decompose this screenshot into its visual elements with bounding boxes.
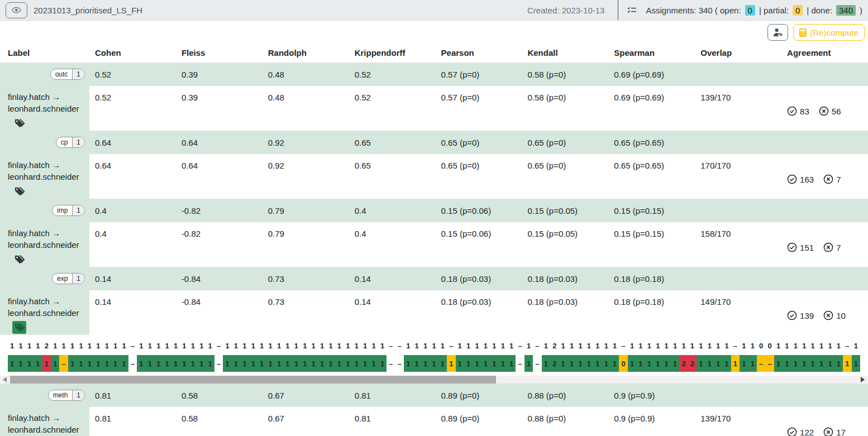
agreement-cell: 151 7	[781, 222, 868, 267]
matrix-top-cell: 1	[602, 340, 611, 352]
matrix-bottom-cell: 1	[800, 355, 808, 372]
partial-separator: | partial:	[759, 6, 789, 15]
matrix-top-cell: 1	[662, 340, 670, 352]
matrix-top-cell: 1	[464, 340, 473, 352]
summary-row-meth: meth10.810.580.670.810.89 (p=0)0.88 (p=0…	[0, 384, 868, 406]
matrix-top-cell: –	[843, 340, 851, 352]
done-count-badge: 340	[836, 5, 856, 16]
matrix-bottom-cell: 2	[550, 355, 559, 372]
pair-label-cell: finlay.hatch →leonhard.schneider	[0, 407, 89, 436]
label-badge-exp[interactable]: exp1	[52, 273, 85, 284]
metric-cohen: 0.64	[89, 154, 176, 199]
matrix-top-cell: 1	[301, 340, 309, 352]
matrix-top-cell: 1	[473, 340, 481, 352]
metric-kendall: 0.15 (p=0.05)	[522, 222, 608, 267]
matrix-top-cell: 1	[499, 340, 507, 352]
summary-row-exp: exp10.14-0.840.730.140.18 (p=0.03)0.18 (…	[0, 267, 868, 290]
metric-randolph: 0.79	[263, 222, 349, 267]
recompute-button[interactable]: (Re)compute	[793, 24, 865, 41]
manage-annotators-button[interactable]	[767, 24, 788, 41]
metric-cohen: 0.4	[89, 222, 176, 267]
assignments-status: Assignments: 340 ( open: 0 | partial: 0 …	[646, 5, 862, 16]
scroll-left-arrow[interactable]	[3, 377, 7, 382]
matrix-bottom-cell: 1	[628, 355, 636, 372]
metric-fleiss: 0.58	[176, 407, 263, 436]
overlap-value: 139/170	[695, 86, 781, 131]
matrix-top-cell: 1	[146, 340, 154, 352]
matrix-bottom-cell: –	[516, 355, 524, 372]
visibility-toggle-button[interactable]	[6, 2, 27, 18]
matrix-bottom-cell: 1	[576, 355, 584, 372]
label-badge-count: 1	[72, 390, 84, 400]
label-badge-cp[interactable]: cp1	[56, 137, 85, 148]
metric-fleiss: 0.39	[176, 86, 263, 131]
circle-xmark-icon	[823, 310, 833, 320]
matrix-top-cell: 1	[352, 340, 361, 352]
circle-check-icon	[787, 174, 797, 184]
matrix-top-cell: 1	[120, 340, 128, 352]
agreement-ok-count: 163	[800, 175, 814, 184]
matrix-top-cell: 1	[800, 340, 808, 352]
matrix-bottom-cell: 1	[843, 355, 851, 372]
eye-icon	[12, 6, 21, 14]
annotator-pair-line2: leonhard.schneider	[8, 307, 86, 319]
matrix-top-cell: 1	[154, 340, 163, 352]
matrix-top-cell: 1	[8, 340, 16, 352]
topbar-divider	[618, 0, 618, 20]
matrix-top-cell: 1	[567, 340, 576, 352]
matrix-top-cell: 1	[232, 340, 240, 352]
circle-xmark-icon	[819, 106, 829, 116]
matrix-top-cell: 1	[585, 340, 593, 352]
matrix-top-cell: 1	[197, 340, 206, 352]
label-badge-imp[interactable]: imp1	[52, 205, 85, 216]
metric-randolph: 0.73	[263, 267, 349, 290]
summary-row-imp: imp10.4-0.820.790.40.15 (p=0.06)0.15 (p=…	[0, 199, 868, 222]
show-details-tags-button[interactable]	[12, 185, 26, 198]
table-header-row: LabelCohenFleissRandolphKrippendorffPear…	[0, 41, 868, 63]
show-details-tags-button[interactable]	[12, 321, 26, 334]
metric-fleiss: -0.84	[176, 267, 263, 290]
summary-label-cell: outc1	[0, 63, 89, 85]
show-details-tags-button[interactable]	[12, 253, 26, 266]
agreement-fail-count: 17	[836, 428, 846, 436]
matrix-bottom-cell: 1	[464, 355, 473, 372]
scroll-right-arrow[interactable]	[861, 377, 865, 382]
label-badge-meth[interactable]: meth1	[48, 390, 85, 401]
metric-pearson: 0.15 (p=0.06)	[436, 199, 522, 222]
matrix-top-cell: 1	[834, 340, 843, 352]
metric-cohen: 0.81	[89, 384, 176, 406]
matrix-top-cell: 1	[412, 340, 421, 352]
matrix-top-cell: 1	[163, 340, 171, 352]
matrix-bottom-cell: 1	[25, 355, 34, 372]
matrix-top-cell: 1	[456, 340, 464, 352]
scrollbar-thumb[interactable]	[10, 376, 496, 384]
show-details-tags-button[interactable]	[12, 117, 26, 130]
matrix-top-cell: 1	[51, 340, 59, 352]
matrix-bottom-cell: –	[395, 355, 404, 372]
label-badge-name: exp	[53, 274, 72, 284]
matrix-top-cell: 1	[361, 340, 369, 352]
matrix-top-cell: 1	[783, 340, 791, 352]
metric-kendall: 0.58 (p=0)	[522, 63, 608, 85]
metric-pearson: 0.15 (p=0.06)	[436, 222, 522, 267]
matrix-top-cell: 1	[266, 340, 274, 352]
matrix-bottom-cell: 1	[834, 355, 843, 372]
open-count-badge: 0	[745, 5, 755, 16]
metric-spearman: 0.9 (p=0.9)	[608, 384, 695, 406]
matrix-bottom-cell: 1	[309, 355, 317, 372]
matrix-bottom-cell: 1	[740, 355, 748, 372]
matrix-top-cell: 1	[180, 340, 188, 352]
matrix-bottom-cell: 1	[266, 355, 274, 372]
metric-randolph: 0.79	[263, 199, 349, 222]
label-badge-count: 1	[72, 274, 84, 284]
matrix-top-cell: 1	[559, 340, 567, 352]
matrix-bottom-cell: 1	[8, 355, 16, 372]
matrix-top-cell: 1	[206, 340, 214, 352]
overlap-value: 139/170	[695, 407, 781, 436]
matrix-top-cell: 0	[757, 340, 765, 352]
tags-icon	[14, 255, 25, 264]
matrix-bottom-cell: 1	[473, 355, 481, 372]
column-header-kendall: Kendall	[522, 41, 608, 63]
label-badge-outc[interactable]: outc1	[50, 69, 85, 80]
matrix-bottom-cell: –	[757, 355, 765, 372]
